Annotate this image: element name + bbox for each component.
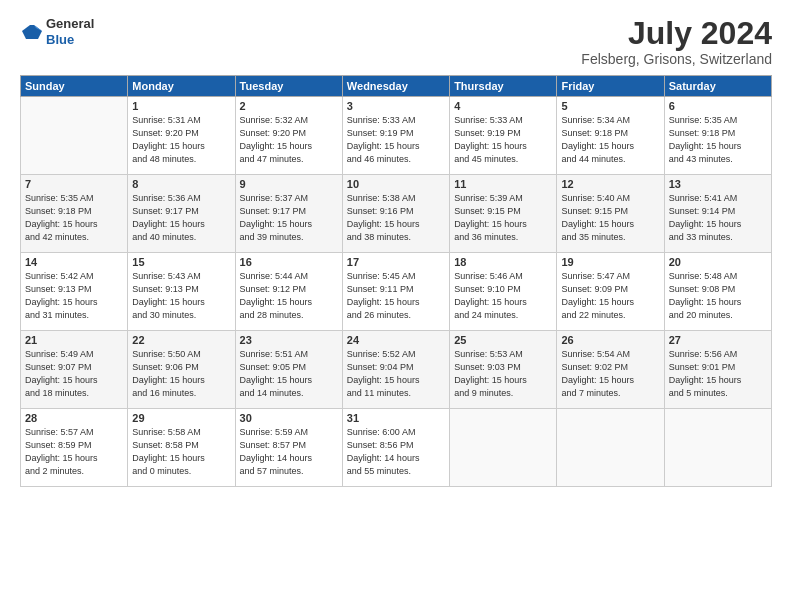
day-number: 2 [240,100,338,112]
calendar-cell: 5Sunrise: 5:34 AM Sunset: 9:18 PM Daylig… [557,97,664,175]
location: Felsberg, Grisons, Switzerland [581,51,772,67]
cell-info: Sunrise: 5:33 AM Sunset: 9:19 PM Dayligh… [454,114,552,166]
cell-info: Sunrise: 5:40 AM Sunset: 9:15 PM Dayligh… [561,192,659,244]
cell-info: Sunrise: 5:54 AM Sunset: 9:02 PM Dayligh… [561,348,659,400]
cell-info: Sunrise: 5:58 AM Sunset: 8:58 PM Dayligh… [132,426,230,478]
calendar-cell: 23Sunrise: 5:51 AM Sunset: 9:05 PM Dayli… [235,331,342,409]
calendar-week-row: 28Sunrise: 5:57 AM Sunset: 8:59 PM Dayli… [21,409,772,487]
day-number: 30 [240,412,338,424]
calendar-cell: 3Sunrise: 5:33 AM Sunset: 9:19 PM Daylig… [342,97,449,175]
cell-info: Sunrise: 5:41 AM Sunset: 9:14 PM Dayligh… [669,192,767,244]
day-number: 6 [669,100,767,112]
svg-marker-0 [22,25,42,39]
calendar-cell: 24Sunrise: 5:52 AM Sunset: 9:04 PM Dayli… [342,331,449,409]
calendar-cell: 11Sunrise: 5:39 AM Sunset: 9:15 PM Dayli… [450,175,557,253]
cell-info: Sunrise: 5:37 AM Sunset: 9:17 PM Dayligh… [240,192,338,244]
cell-info: Sunrise: 5:46 AM Sunset: 9:10 PM Dayligh… [454,270,552,322]
calendar-cell: 18Sunrise: 5:46 AM Sunset: 9:10 PM Dayli… [450,253,557,331]
day-number: 18 [454,256,552,268]
calendar-header: SundayMondayTuesdayWednesdayThursdayFrid… [21,76,772,97]
day-number: 9 [240,178,338,190]
calendar-cell [557,409,664,487]
logo-general: General [46,16,94,32]
day-number: 12 [561,178,659,190]
logo-icon [20,21,42,43]
logo-blue: Blue [46,32,94,48]
day-number: 26 [561,334,659,346]
day-number: 13 [669,178,767,190]
day-number: 31 [347,412,445,424]
cell-info: Sunrise: 5:48 AM Sunset: 9:08 PM Dayligh… [669,270,767,322]
title-block: July 2024 Felsberg, Grisons, Switzerland [581,16,772,67]
calendar-cell [21,97,128,175]
header: General Blue July 2024 Felsberg, Grisons… [20,16,772,67]
day-number: 11 [454,178,552,190]
calendar-cell: 26Sunrise: 5:54 AM Sunset: 9:02 PM Dayli… [557,331,664,409]
calendar-cell: 2Sunrise: 5:32 AM Sunset: 9:20 PM Daylig… [235,97,342,175]
cell-info: Sunrise: 5:45 AM Sunset: 9:11 PM Dayligh… [347,270,445,322]
calendar-cell: 4Sunrise: 5:33 AM Sunset: 9:19 PM Daylig… [450,97,557,175]
calendar-body: 1Sunrise: 5:31 AM Sunset: 9:20 PM Daylig… [21,97,772,487]
day-number: 27 [669,334,767,346]
weekday-header: Wednesday [342,76,449,97]
page: General Blue July 2024 Felsberg, Grisons… [0,0,792,612]
cell-info: Sunrise: 5:33 AM Sunset: 9:19 PM Dayligh… [347,114,445,166]
cell-info: Sunrise: 5:35 AM Sunset: 9:18 PM Dayligh… [25,192,123,244]
weekday-header: Friday [557,76,664,97]
cell-info: Sunrise: 5:42 AM Sunset: 9:13 PM Dayligh… [25,270,123,322]
cell-info: Sunrise: 5:53 AM Sunset: 9:03 PM Dayligh… [454,348,552,400]
weekday-header: Sunday [21,76,128,97]
cell-info: Sunrise: 5:47 AM Sunset: 9:09 PM Dayligh… [561,270,659,322]
calendar-cell: 21Sunrise: 5:49 AM Sunset: 9:07 PM Dayli… [21,331,128,409]
calendar-cell: 30Sunrise: 5:59 AM Sunset: 8:57 PM Dayli… [235,409,342,487]
calendar-cell: 20Sunrise: 5:48 AM Sunset: 9:08 PM Dayli… [664,253,771,331]
weekday-header: Saturday [664,76,771,97]
calendar-cell: 27Sunrise: 5:56 AM Sunset: 9:01 PM Dayli… [664,331,771,409]
day-number: 21 [25,334,123,346]
header-row: SundayMondayTuesdayWednesdayThursdayFrid… [21,76,772,97]
calendar-cell: 9Sunrise: 5:37 AM Sunset: 9:17 PM Daylig… [235,175,342,253]
day-number: 5 [561,100,659,112]
calendar-cell: 13Sunrise: 5:41 AM Sunset: 9:14 PM Dayli… [664,175,771,253]
cell-info: Sunrise: 5:32 AM Sunset: 9:20 PM Dayligh… [240,114,338,166]
calendar-cell: 12Sunrise: 5:40 AM Sunset: 9:15 PM Dayli… [557,175,664,253]
cell-info: Sunrise: 6:00 AM Sunset: 8:56 PM Dayligh… [347,426,445,478]
day-number: 14 [25,256,123,268]
cell-info: Sunrise: 5:56 AM Sunset: 9:01 PM Dayligh… [669,348,767,400]
weekday-header: Monday [128,76,235,97]
calendar-week-row: 21Sunrise: 5:49 AM Sunset: 9:07 PM Dayli… [21,331,772,409]
day-number: 29 [132,412,230,424]
calendar-cell: 17Sunrise: 5:45 AM Sunset: 9:11 PM Dayli… [342,253,449,331]
calendar-cell: 8Sunrise: 5:36 AM Sunset: 9:17 PM Daylig… [128,175,235,253]
calendar-cell [450,409,557,487]
cell-info: Sunrise: 5:31 AM Sunset: 9:20 PM Dayligh… [132,114,230,166]
cell-info: Sunrise: 5:50 AM Sunset: 9:06 PM Dayligh… [132,348,230,400]
cell-info: Sunrise: 5:44 AM Sunset: 9:12 PM Dayligh… [240,270,338,322]
logo: General Blue [20,16,94,47]
day-number: 16 [240,256,338,268]
calendar-cell: 31Sunrise: 6:00 AM Sunset: 8:56 PM Dayli… [342,409,449,487]
calendar-cell: 29Sunrise: 5:58 AM Sunset: 8:58 PM Dayli… [128,409,235,487]
calendar-cell: 6Sunrise: 5:35 AM Sunset: 9:18 PM Daylig… [664,97,771,175]
calendar-cell: 7Sunrise: 5:35 AM Sunset: 9:18 PM Daylig… [21,175,128,253]
calendar-cell: 22Sunrise: 5:50 AM Sunset: 9:06 PM Dayli… [128,331,235,409]
calendar-cell: 14Sunrise: 5:42 AM Sunset: 9:13 PM Dayli… [21,253,128,331]
calendar-cell: 25Sunrise: 5:53 AM Sunset: 9:03 PM Dayli… [450,331,557,409]
calendar-cell: 1Sunrise: 5:31 AM Sunset: 9:20 PM Daylig… [128,97,235,175]
calendar-cell: 15Sunrise: 5:43 AM Sunset: 9:13 PM Dayli… [128,253,235,331]
day-number: 3 [347,100,445,112]
day-number: 22 [132,334,230,346]
day-number: 25 [454,334,552,346]
calendar-cell: 19Sunrise: 5:47 AM Sunset: 9:09 PM Dayli… [557,253,664,331]
day-number: 28 [25,412,123,424]
calendar-week-row: 14Sunrise: 5:42 AM Sunset: 9:13 PM Dayli… [21,253,772,331]
calendar-week-row: 7Sunrise: 5:35 AM Sunset: 9:18 PM Daylig… [21,175,772,253]
calendar-table: SundayMondayTuesdayWednesdayThursdayFrid… [20,75,772,487]
cell-info: Sunrise: 5:59 AM Sunset: 8:57 PM Dayligh… [240,426,338,478]
cell-info: Sunrise: 5:51 AM Sunset: 9:05 PM Dayligh… [240,348,338,400]
weekday-header: Thursday [450,76,557,97]
day-number: 7 [25,178,123,190]
logo-text: General Blue [46,16,94,47]
month-year: July 2024 [581,16,772,51]
day-number: 17 [347,256,445,268]
